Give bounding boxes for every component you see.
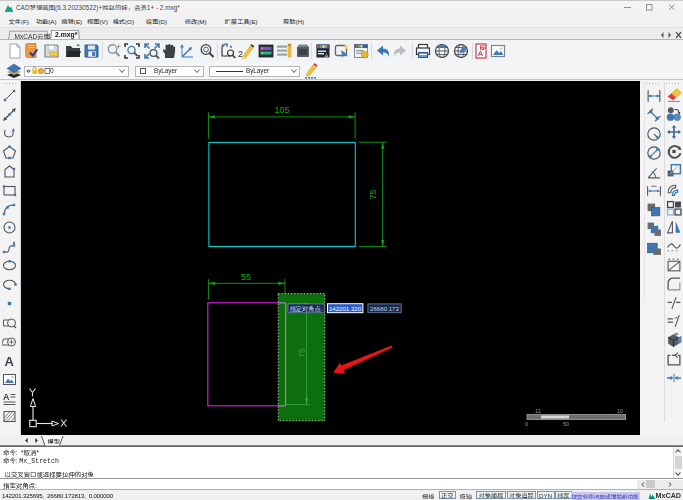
svg-text:26680.173: 26680.173 (370, 305, 399, 312)
svg-text:10: 10 (617, 408, 623, 414)
svg-text:2: 2 (238, 49, 243, 59)
svg-text:50: 50 (563, 421, 569, 427)
svg-text:75: 75 (297, 348, 307, 358)
svg-text:55: 55 (241, 272, 251, 282)
svg-text:A: A (3, 392, 10, 402)
svg-text:A: A (5, 353, 15, 368)
svg-text:A: A (325, 53, 329, 59)
svg-text:105: 105 (274, 105, 289, 115)
svg-text:75: 75 (368, 189, 378, 199)
svg-text:0: 0 (525, 421, 528, 427)
svg-text:11: 11 (535, 408, 541, 414)
svg-text:指定对角点:: 指定对角点: (289, 305, 323, 313)
svg-text:142201.320: 142201.320 (329, 305, 362, 312)
